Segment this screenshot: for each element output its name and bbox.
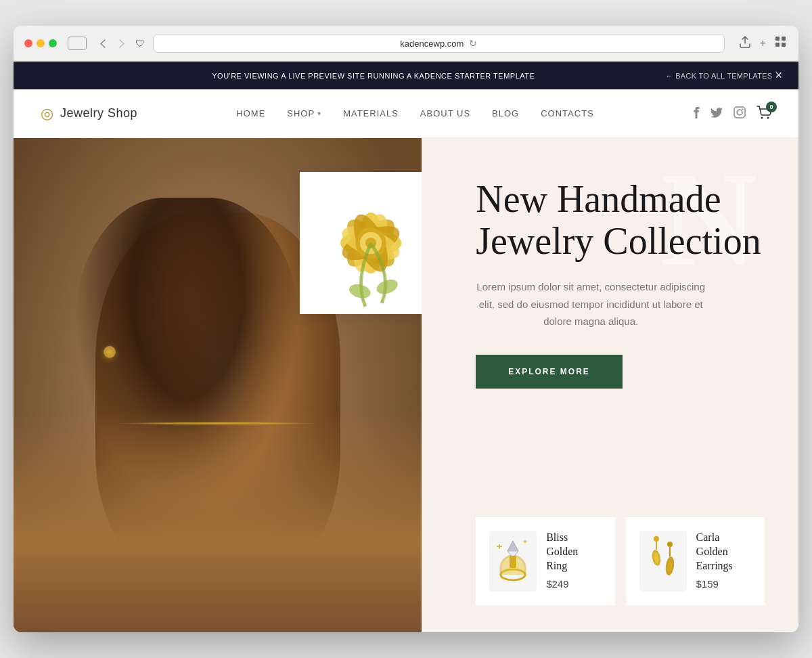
hero-section: N New Handmade Jewelry Collection Lorem …: [14, 138, 798, 632]
product-name-1: Carla Golden Earrings: [696, 531, 751, 573]
address-bar[interactable]: kadencewp.com ↻: [153, 34, 725, 53]
hero-title: New Handmade Jewelry Collection: [476, 179, 765, 262]
product-image-1: [639, 531, 687, 592]
hero-image-area: [14, 138, 422, 632]
svg-rect-4: [734, 107, 745, 118]
product-card-0: Bliss Golden Ring $249: [476, 517, 614, 605]
main-nav: HOME SHOP ▾ MATERIALS ABOUT US BLOG CONT…: [236, 108, 593, 118]
nav-blog[interactable]: BLOG: [492, 108, 519, 118]
svg-point-6: [742, 109, 743, 110]
nav-home[interactable]: HOME: [236, 108, 265, 118]
notification-bar: YOU'RE VIEWING A LIVE PREVIEW SITE RUNNI…: [14, 62, 798, 89]
security-icon: 🛡: [135, 38, 145, 49]
traffic-lights: [24, 39, 57, 47]
product-card-1: Carla Golden Earrings $159: [626, 517, 765, 605]
shop-dropdown-icon: ▾: [317, 110, 321, 117]
new-tab-button[interactable]: +: [759, 36, 767, 51]
cart-count: 0: [766, 102, 777, 112]
earrings-product-icon: [646, 531, 680, 592]
url-text: kadencewp.com: [400, 39, 464, 49]
svg-rect-3: [782, 43, 786, 47]
nav-about[interactable]: ABOUT US: [420, 108, 470, 118]
ring-product-icon: [493, 534, 533, 588]
product-price-0: $249: [546, 578, 601, 590]
featured-jewelry-card: [300, 172, 422, 314]
close-notification-button[interactable]: ×: [772, 68, 785, 83]
refresh-icon[interactable]: ↻: [469, 38, 477, 49]
svg-point-30: [654, 536, 659, 542]
forward-button[interactable]: [116, 38, 127, 49]
svg-point-7: [761, 116, 763, 118]
back-to-templates-link[interactable]: ← BACK TO ALL TEMPLATES: [666, 72, 773, 80]
svg-point-21: [348, 282, 372, 301]
svg-rect-25: [510, 556, 516, 568]
grid-view-button[interactable]: [774, 35, 788, 51]
header-actions: 0: [693, 106, 771, 122]
svg-point-5: [737, 110, 742, 115]
site-header: ◎ Jewelry Shop HOME SHOP ▾ MATERIALS ABO…: [14, 89, 798, 138]
close-window-button[interactable]: [24, 39, 32, 47]
svg-rect-1: [782, 37, 786, 41]
logo-text: Jewelry Shop: [60, 106, 137, 120]
product-price-1: $159: [696, 578, 751, 590]
browser-window: 🛡 kadencewp.com ↻ + YOU: [14, 26, 798, 632]
notification-text: YOU'RE VIEWING A LIVE PREVIEW SITE RUNNI…: [81, 72, 666, 80]
minimize-window-button[interactable]: [37, 39, 45, 47]
product-info-0: Bliss Golden Ring $249: [546, 531, 601, 590]
hero-content: N New Handmade Jewelry Collection Lorem …: [422, 138, 798, 632]
svg-rect-0: [775, 37, 780, 41]
product-cards: Bliss Golden Ring $249: [476, 517, 765, 605]
svg-point-20: [375, 277, 400, 297]
sidebar-toggle-button[interactable]: [65, 35, 89, 51]
cart-button[interactable]: 0: [757, 106, 771, 122]
maximize-window-button[interactable]: [49, 39, 57, 47]
share-button[interactable]: [738, 35, 752, 52]
nav-contacts[interactable]: CONTACTS: [541, 108, 594, 118]
product-name-0: Bliss Golden Ring: [546, 531, 601, 573]
product-info-1: Carla Golden Earrings $159: [696, 531, 751, 590]
instagram-icon[interactable]: [734, 106, 746, 120]
hero-ring-illustration: [300, 172, 422, 314]
facebook-icon[interactable]: [693, 106, 700, 120]
twitter-icon[interactable]: [710, 108, 723, 120]
explore-more-button[interactable]: EXPLORE MORE: [476, 355, 623, 389]
back-button[interactable]: [97, 38, 108, 49]
nav-materials[interactable]: MATERIALS: [343, 108, 399, 118]
nav-shop[interactable]: SHOP ▾: [287, 108, 321, 118]
svg-point-8: [767, 116, 769, 118]
svg-point-34: [667, 542, 673, 547]
svg-rect-2: [775, 43, 780, 47]
browser-chrome: 🛡 kadencewp.com ↻ +: [14, 26, 798, 62]
browser-actions: +: [738, 35, 788, 52]
product-image-0: [489, 531, 537, 592]
logo-icon: ◎: [41, 105, 53, 123]
logo[interactable]: ◎ Jewelry Shop: [41, 105, 137, 123]
